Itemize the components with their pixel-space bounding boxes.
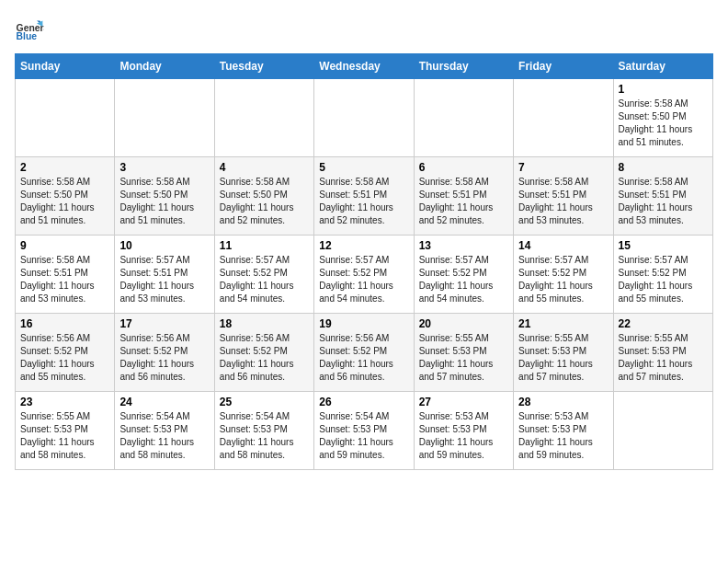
calendar-cell: 15Sunrise: 5:57 AM Sunset: 5:52 PM Dayli…: [613, 236, 712, 314]
day-info: Sunrise: 5:55 AM Sunset: 5:53 PM Dayligh…: [619, 332, 708, 384]
logo: General Blue: [15, 15, 44, 44]
col-header-friday: Friday: [514, 54, 613, 79]
col-header-wednesday: Wednesday: [314, 54, 414, 79]
calendar-cell: 27Sunrise: 5:53 AM Sunset: 5:53 PM Dayli…: [414, 392, 513, 470]
day-number: 1: [619, 83, 708, 96]
calendar-cell: 26Sunrise: 5:54 AM Sunset: 5:53 PM Dayli…: [314, 392, 414, 470]
day-number: 25: [220, 396, 309, 408]
day-info: Sunrise: 5:56 AM Sunset: 5:52 PM Dayligh…: [119, 332, 209, 384]
day-info: Sunrise: 5:57 AM Sunset: 5:52 PM Dayligh…: [419, 254, 508, 305]
day-number: 26: [319, 396, 408, 408]
calendar-cell: [16, 79, 115, 157]
week-row-2: 2Sunrise: 5:58 AM Sunset: 5:50 PM Daylig…: [16, 157, 713, 236]
col-header-monday: Monday: [115, 54, 214, 79]
day-number: 14: [518, 239, 608, 252]
calendar-cell: 9Sunrise: 5:58 AM Sunset: 5:51 PM Daylig…: [16, 236, 115, 314]
day-number: 28: [518, 396, 608, 408]
calendar-cell: 19Sunrise: 5:56 AM Sunset: 5:52 PM Dayli…: [314, 314, 414, 392]
day-info: Sunrise: 5:54 AM Sunset: 5:53 PM Dayligh…: [319, 410, 408, 462]
day-info: Sunrise: 5:57 AM Sunset: 5:51 PM Dayligh…: [119, 254, 209, 305]
calendar-cell: 22Sunrise: 5:55 AM Sunset: 5:53 PM Dayli…: [613, 314, 712, 392]
calendar-cell: 2Sunrise: 5:58 AM Sunset: 5:50 PM Daylig…: [16, 157, 115, 236]
day-info: Sunrise: 5:56 AM Sunset: 5:52 PM Dayligh…: [319, 332, 408, 384]
day-info: Sunrise: 5:55 AM Sunset: 5:53 PM Dayligh…: [518, 332, 608, 384]
week-row-5: 23Sunrise: 5:55 AM Sunset: 5:53 PM Dayli…: [16, 392, 713, 470]
calendar-cell: 24Sunrise: 5:54 AM Sunset: 5:53 PM Dayli…: [115, 392, 214, 470]
col-header-tuesday: Tuesday: [214, 54, 313, 79]
page-header: General Blue: [15, 15, 713, 44]
calendar-cell: 28Sunrise: 5:53 AM Sunset: 5:53 PM Dayli…: [514, 392, 613, 470]
day-info: Sunrise: 5:54 AM Sunset: 5:53 PM Dayligh…: [220, 410, 309, 462]
day-number: 15: [619, 239, 708, 252]
calendar-cell: 13Sunrise: 5:57 AM Sunset: 5:52 PM Dayli…: [414, 236, 513, 314]
week-row-3: 9Sunrise: 5:58 AM Sunset: 5:51 PM Daylig…: [16, 236, 713, 314]
calendar-cell: 12Sunrise: 5:57 AM Sunset: 5:52 PM Dayli…: [314, 236, 414, 314]
day-info: Sunrise: 5:57 AM Sunset: 5:52 PM Dayligh…: [220, 254, 309, 305]
day-info: Sunrise: 5:53 AM Sunset: 5:53 PM Dayligh…: [518, 410, 608, 462]
calendar-cell: 17Sunrise: 5:56 AM Sunset: 5:52 PM Dayli…: [115, 314, 214, 392]
day-number: 22: [619, 317, 708, 330]
week-row-4: 16Sunrise: 5:56 AM Sunset: 5:52 PM Dayli…: [16, 314, 713, 392]
day-info: Sunrise: 5:58 AM Sunset: 5:51 PM Dayligh…: [419, 176, 508, 227]
calendar-cell: 11Sunrise: 5:57 AM Sunset: 5:52 PM Dayli…: [214, 236, 313, 314]
calendar-cell: 5Sunrise: 5:58 AM Sunset: 5:51 PM Daylig…: [314, 157, 414, 236]
day-info: Sunrise: 5:54 AM Sunset: 5:53 PM Dayligh…: [119, 410, 209, 462]
day-info: Sunrise: 5:56 AM Sunset: 5:52 PM Dayligh…: [220, 332, 309, 384]
calendar-cell: 25Sunrise: 5:54 AM Sunset: 5:53 PM Dayli…: [214, 392, 313, 470]
calendar-cell: [115, 79, 214, 157]
day-number: 18: [220, 317, 309, 330]
calendar-cell: 16Sunrise: 5:56 AM Sunset: 5:52 PM Dayli…: [16, 314, 115, 392]
day-info: Sunrise: 5:57 AM Sunset: 5:52 PM Dayligh…: [518, 254, 608, 305]
calendar-cell: 6Sunrise: 5:58 AM Sunset: 5:51 PM Daylig…: [414, 157, 513, 236]
calendar-cell: 18Sunrise: 5:56 AM Sunset: 5:52 PM Dayli…: [214, 314, 313, 392]
calendar-cell: 14Sunrise: 5:57 AM Sunset: 5:52 PM Dayli…: [514, 236, 613, 314]
day-info: Sunrise: 5:58 AM Sunset: 5:50 PM Dayligh…: [119, 176, 209, 227]
day-info: Sunrise: 5:58 AM Sunset: 5:51 PM Dayligh…: [518, 176, 608, 227]
calendar-cell: [214, 79, 313, 157]
day-info: Sunrise: 5:58 AM Sunset: 5:51 PM Dayligh…: [319, 176, 408, 227]
day-number: 10: [119, 239, 209, 252]
svg-text:Blue: Blue: [17, 31, 38, 41]
calendar-cell: [514, 79, 613, 157]
col-header-saturday: Saturday: [613, 54, 712, 79]
logo-icon: General Blue: [15, 15, 44, 44]
calendar-cell: 4Sunrise: 5:58 AM Sunset: 5:50 PM Daylig…: [214, 157, 313, 236]
day-number: 6: [419, 161, 508, 174]
day-info: Sunrise: 5:58 AM Sunset: 5:50 PM Dayligh…: [619, 98, 708, 149]
day-number: 24: [119, 396, 209, 408]
day-info: Sunrise: 5:55 AM Sunset: 5:53 PM Dayligh…: [419, 332, 508, 384]
day-number: 16: [20, 317, 109, 330]
day-number: 2: [20, 161, 109, 174]
day-info: Sunrise: 5:55 AM Sunset: 5:53 PM Dayligh…: [20, 410, 109, 462]
day-number: 17: [119, 317, 209, 330]
day-number: 23: [20, 396, 109, 408]
day-number: 8: [619, 161, 708, 174]
day-number: 12: [319, 239, 408, 252]
day-info: Sunrise: 5:58 AM Sunset: 5:51 PM Dayligh…: [619, 176, 708, 227]
day-number: 9: [20, 239, 109, 252]
day-number: 21: [518, 317, 608, 330]
calendar-cell: [414, 79, 513, 157]
col-header-thursday: Thursday: [414, 54, 513, 79]
day-number: 3: [119, 161, 209, 174]
day-info: Sunrise: 5:58 AM Sunset: 5:50 PM Dayligh…: [20, 176, 109, 227]
calendar-cell: 8Sunrise: 5:58 AM Sunset: 5:51 PM Daylig…: [613, 157, 712, 236]
day-number: 7: [518, 161, 608, 174]
week-row-1: 1Sunrise: 5:58 AM Sunset: 5:50 PM Daylig…: [16, 79, 713, 157]
day-info: Sunrise: 5:53 AM Sunset: 5:53 PM Dayligh…: [419, 410, 508, 462]
calendar-cell: [613, 392, 712, 470]
day-number: 20: [419, 317, 508, 330]
day-number: 27: [419, 396, 508, 408]
day-info: Sunrise: 5:58 AM Sunset: 5:50 PM Dayligh…: [220, 176, 309, 227]
calendar-table: SundayMondayTuesdayWednesdayThursdayFrid…: [15, 53, 713, 470]
day-number: 4: [220, 161, 309, 174]
calendar-cell: 7Sunrise: 5:58 AM Sunset: 5:51 PM Daylig…: [514, 157, 613, 236]
calendar-cell: [314, 79, 414, 157]
calendar-cell: 10Sunrise: 5:57 AM Sunset: 5:51 PM Dayli…: [115, 236, 214, 314]
day-info: Sunrise: 5:57 AM Sunset: 5:52 PM Dayligh…: [619, 254, 708, 305]
day-info: Sunrise: 5:56 AM Sunset: 5:52 PM Dayligh…: [20, 332, 109, 384]
calendar-cell: 3Sunrise: 5:58 AM Sunset: 5:50 PM Daylig…: [115, 157, 214, 236]
day-info: Sunrise: 5:57 AM Sunset: 5:52 PM Dayligh…: [319, 254, 408, 305]
calendar-cell: 1Sunrise: 5:58 AM Sunset: 5:50 PM Daylig…: [613, 79, 712, 157]
day-number: 13: [419, 239, 508, 252]
